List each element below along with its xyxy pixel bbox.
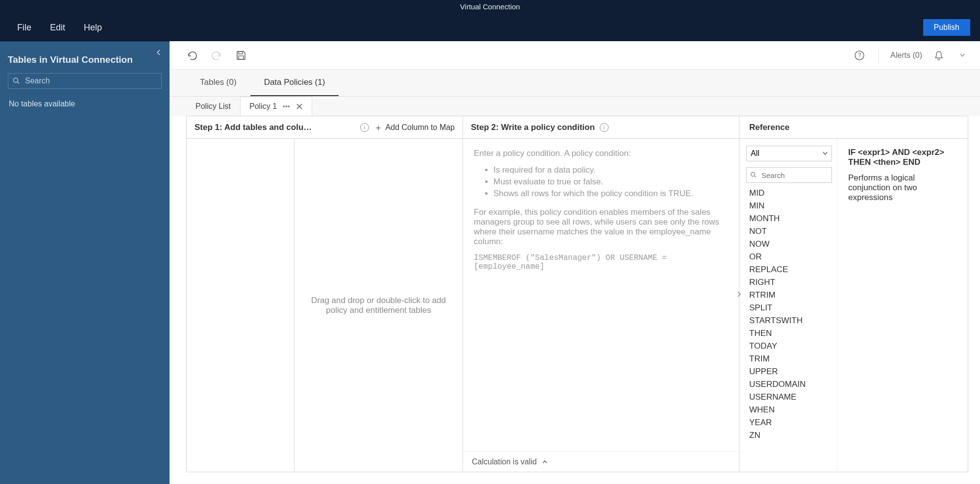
search-icon	[750, 172, 757, 178]
notifications-icon[interactable]	[932, 49, 946, 62]
step1-drop-hint[interactable]: Drag and drop or double-click to add pol…	[294, 139, 463, 472]
step2-hint-intro: Enter a policy condition. A policy condi…	[474, 149, 728, 158]
step2-panel: Step 2: Write a policy condition i Enter…	[463, 116, 739, 472]
reference-function-item[interactable]: NOT	[746, 225, 832, 238]
reference-function-item[interactable]: RTRIM	[746, 289, 832, 302]
policy-subtabs: Policy List Policy 1 •••	[170, 97, 980, 116]
svg-point-8	[751, 173, 755, 177]
svg-line-9	[755, 176, 757, 178]
chevron-down-icon	[823, 152, 828, 155]
step2-bullet-list: Is required for a data policy. Must eval…	[493, 165, 728, 199]
reference-function-item[interactable]: MIN	[746, 200, 832, 212]
add-column-button[interactable]: ＋ Add Column to Map	[374, 122, 455, 133]
sidebar-empty-message: No tables available	[0, 95, 170, 113]
step2-example-text: For example, this policy condition enabl…	[474, 207, 728, 247]
workspace: Step 1: Add tables and colu… i ＋ Add Col…	[186, 116, 968, 472]
svg-line-1	[18, 82, 20, 84]
reference-description: Performs a logical conjunction on two ex…	[848, 173, 957, 203]
svg-text:?: ?	[858, 52, 861, 59]
reference-function-list[interactable]: MIDMINMONTHNOTNOWORREPLACERIGHTRTRIMSPLI…	[746, 187, 832, 467]
svg-rect-3	[239, 56, 244, 59]
reference-function-item[interactable]: REPLACE	[746, 263, 832, 276]
notifications-dropdown-icon[interactable]	[956, 49, 969, 62]
menu-file[interactable]: File	[17, 23, 31, 33]
save-button[interactable]	[234, 49, 248, 62]
svg-point-0	[14, 78, 18, 82]
sidebar: Tables in Virtual Connection No tables a…	[0, 41, 170, 484]
sidebar-title: Tables in Virtual Connection	[0, 42, 170, 71]
reference-function-item[interactable]: OR	[746, 251, 832, 263]
tab-data-policies[interactable]: Data Policies (1)	[250, 70, 339, 96]
publish-button[interactable]: Publish	[923, 19, 970, 36]
undo-button[interactable]	[185, 49, 199, 62]
reference-function-item[interactable]: MID	[746, 187, 832, 200]
top-menu-bar: File Edit Help Publish	[0, 14, 980, 41]
subtab-policy-1[interactable]: Policy 1 •••	[240, 97, 312, 116]
reference-function-item[interactable]: SPLIT	[746, 302, 832, 314]
reference-function-item[interactable]: RIGHT	[746, 276, 832, 289]
subtab-menu-icon[interactable]: •••	[283, 102, 290, 110]
reference-function-item[interactable]: NOW	[746, 238, 832, 251]
reference-function-item[interactable]: USERNAME	[746, 391, 832, 404]
step1-title: Step 1: Add tables and colu…	[195, 123, 355, 132]
menu-help[interactable]: Help	[84, 23, 102, 33]
subtab-policy-list[interactable]: Policy List	[186, 97, 240, 116]
info-icon[interactable]: i	[360, 123, 369, 132]
reference-panel: Reference All MIDMINMONTH	[739, 116, 968, 472]
reference-category-select[interactable]: All	[746, 146, 832, 161]
step2-title: Step 2: Write a policy condition	[471, 123, 595, 132]
reference-function-item[interactable]: STARTSWITH	[746, 314, 832, 327]
reference-search-input[interactable]	[746, 167, 832, 183]
reference-select-value: All	[751, 149, 760, 158]
menu-edit[interactable]: Edit	[50, 23, 65, 33]
step2-example-code: ISMEMBEROF ("SalesManager") OR USERNAME …	[474, 254, 728, 271]
calculation-status-bar[interactable]: Calculation is valid	[463, 451, 739, 472]
calculation-status-label: Calculation is valid	[472, 458, 537, 466]
tab-tables[interactable]: Tables (0)	[186, 70, 250, 96]
subtab-policy-1-label: Policy 1	[249, 102, 277, 111]
panel-expand-handle[interactable]	[733, 288, 745, 300]
search-icon	[13, 77, 20, 85]
info-icon[interactable]: i	[600, 123, 609, 132]
reference-function-item[interactable]: MONTH	[746, 212, 832, 225]
step2-bullet: Must evaluate to true or false.	[493, 177, 728, 187]
redo-button[interactable]	[210, 49, 223, 62]
reference-function-item[interactable]: TRIM	[746, 353, 832, 365]
step1-panel: Step 1: Add tables and colu… i ＋ Add Col…	[187, 116, 463, 472]
help-icon[interactable]: ?	[853, 49, 866, 62]
reference-function-item[interactable]: THEN	[746, 327, 832, 340]
step2-bullet: Is required for a data policy.	[493, 165, 728, 175]
close-icon[interactable]	[296, 103, 303, 110]
reference-function-item[interactable]: WHEN	[746, 404, 832, 416]
reference-function-item[interactable]: UPPER	[746, 365, 832, 378]
content-area: ? Alerts (0) Tables (0) Data Policies (1…	[170, 41, 980, 484]
plus-icon: ＋	[374, 122, 383, 133]
policy-condition-editor[interactable]: Enter a policy condition. A policy condi…	[463, 139, 739, 451]
reference-syntax: IF <expr1> AND <expr2> THEN <then> END	[848, 148, 957, 167]
action-toolbar: ? Alerts (0)	[170, 41, 980, 70]
alerts-label[interactable]: Alerts (0)	[890, 51, 922, 60]
sidebar-collapse-button[interactable]	[153, 47, 165, 58]
reference-function-item[interactable]: YEAR	[746, 416, 832, 429]
add-column-label: Add Column to Map	[386, 123, 455, 132]
main-tabs: Tables (0) Data Policies (1)	[170, 70, 980, 97]
reference-title: Reference	[739, 116, 968, 139]
window-title: Virtual Connection	[0, 0, 980, 14]
chevron-up-icon	[542, 459, 548, 464]
step2-bullet: Shows all rows for which the policy cond…	[493, 189, 728, 199]
step1-table-drop-gutter[interactable]	[187, 139, 294, 472]
reference-function-item[interactable]: ZN	[746, 429, 832, 442]
reference-function-item[interactable]: TODAY	[746, 340, 832, 353]
reference-function-item[interactable]: USERDOMAIN	[746, 378, 832, 391]
sidebar-search-input[interactable]	[8, 73, 162, 89]
